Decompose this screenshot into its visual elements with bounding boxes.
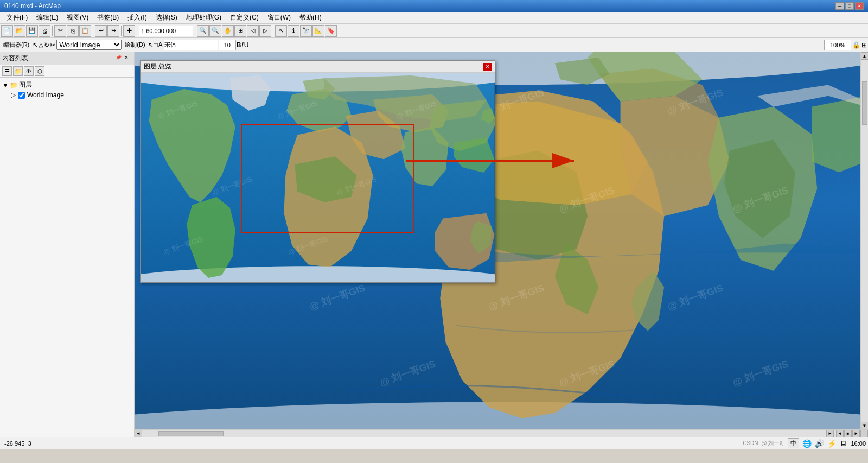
paste-button[interactable]: 📋 — [79, 25, 91, 37]
layer-checkbox[interactable] — [18, 92, 25, 99]
zoom-level-input[interactable] — [824, 40, 851, 50]
scroll-thumb-h[interactable] — [158, 431, 224, 436]
font-name-input[interactable] — [164, 40, 218, 50]
vertical-scrollbar[interactable]: ▲ ▼ — [860, 52, 868, 429]
draw-label: 绘制(D) — [123, 41, 147, 49]
zoom-out-button[interactable]: 🔍 — [209, 25, 221, 37]
layer-dropdown[interactable]: World Image — [56, 40, 122, 50]
add-data-button[interactable]: ✚ — [123, 25, 135, 37]
pan-button[interactable]: ✋ — [222, 25, 234, 37]
minimize-button[interactable]: ─ — [835, 2, 844, 10]
copy-button[interactable]: ⎘ — [67, 25, 79, 37]
status-zh-btn[interactable]: 中 — [788, 438, 799, 448]
print-button[interactable]: 🖨 — [39, 25, 50, 37]
toc-selection-btn[interactable]: ⬡ — [35, 66, 44, 76]
nav-stop-btn[interactable]: ■ — [844, 430, 852, 437]
scale-input[interactable] — [139, 26, 193, 36]
sep4 — [137, 26, 137, 36]
new-button[interactable]: 📄 — [1, 25, 13, 37]
group-label: 图层 — [19, 80, 32, 90]
toc-layer-worldimage[interactable]: ▷ World Image — [2, 90, 132, 100]
toc-list-btn[interactable]: ☰ — [2, 66, 12, 76]
zoom-lock-btn[interactable]: 🔒 — [852, 41, 860, 49]
horizontal-scrollbar[interactable]: ◄ ► ◄ ■ ► ⏸ — [135, 429, 868, 437]
zoom-in-button[interactable]: 🔍 — [197, 25, 209, 37]
font-size-input[interactable] — [219, 40, 236, 50]
redo-button[interactable]: ↪ — [107, 25, 119, 37]
toc-group-header[interactable]: ▼ 📁 图层 — [2, 80, 132, 90]
sep5 — [195, 26, 195, 36]
layer-expand-icon: ▷ — [11, 91, 16, 99]
scroll-thumb-v[interactable] — [862, 81, 867, 125]
status-icon3: ⚡ — [827, 439, 837, 448]
select-button[interactable]: ↖ — [275, 25, 287, 37]
toolbar-draw: 编辑器(R) ↖ △ ↻ ✂ World Image 绘制(D) ↖ □ A B… — [0, 38, 868, 52]
menu-window[interactable]: 窗口(W) — [263, 12, 295, 23]
identify-button[interactable]: ℹ — [288, 25, 299, 37]
bookmarks-button[interactable]: 🔖 — [325, 25, 337, 37]
cut-button[interactable]: ✂ — [54, 25, 66, 37]
nav-pause-btn[interactable]: ⏸ — [860, 430, 868, 437]
scroll-down-button[interactable]: ▼ — [861, 422, 869, 429]
window-controls: ─ □ ✕ — [835, 2, 864, 10]
scroll-left-button[interactable]: ◄ — [135, 430, 142, 437]
overview-titlebar: 图层 总览 ✕ — [141, 61, 495, 73]
sep2 — [93, 26, 93, 36]
full-extent-button[interactable]: ⊞ — [234, 25, 246, 37]
menu-edit[interactable]: 编辑(E) — [32, 12, 62, 23]
watermark-logo: @ 刘一哥 — [762, 440, 785, 447]
sep3 — [121, 26, 122, 36]
toc-close-btn[interactable]: ✕ — [124, 55, 132, 62]
toc-pin-btn[interactable]: 📌 — [116, 55, 123, 62]
menu-customize[interactable]: 自定义(C) — [226, 12, 263, 23]
map-view[interactable]: @ 刘一哥GIS @ 刘一哥GIS @ 刘一哥GIS @ 刘一哥GIS @ 刘一… — [135, 52, 860, 429]
menu-insert[interactable]: 插入(I) — [123, 12, 151, 23]
zoom-next-button[interactable]: ▷ — [259, 25, 271, 37]
menu-help[interactable]: 帮助(H) — [295, 12, 326, 23]
overview-close-button[interactable]: ✕ — [483, 63, 492, 71]
draw-cursor-btn[interactable]: ↖ — [148, 41, 154, 49]
draw-rect-btn[interactable]: □ — [154, 41, 158, 49]
maximize-button[interactable]: □ — [845, 2, 854, 10]
toc-group: ▼ 📁 图层 ▷ World Image — [2, 80, 132, 100]
draw-text-btn[interactable]: A — [158, 41, 163, 49]
layer-selector-area: World Image — [56, 40, 122, 50]
menu-selection[interactable]: 选择(S) — [151, 12, 182, 23]
find-button[interactable]: 🔭 — [300, 25, 312, 37]
toc-header-buttons: 📌 ✕ — [116, 55, 132, 62]
menu-view[interactable]: 视图(V) — [62, 12, 93, 23]
coords-text: -26.945 3 — [4, 440, 31, 447]
zoom-previous-button[interactable]: ◁ — [247, 25, 259, 37]
underline-button[interactable]: U — [244, 41, 249, 49]
zoom-layers-btn[interactable]: ⊞ — [861, 41, 867, 49]
menu-file[interactable]: 文件(F) — [2, 12, 32, 23]
toc-content: ▼ 📁 图层 ▷ World Image — [0, 78, 134, 437]
nav-prev-btn[interactable]: ◄ — [836, 430, 844, 437]
sep6 — [273, 26, 273, 36]
toc-source-btn[interactable]: 📁 — [13, 66, 23, 76]
layer-name: World Image — [27, 91, 64, 99]
edit-split-btn[interactable]: ✂ — [50, 41, 55, 49]
nav-buttons: ◄ ■ ► ⏸ — [836, 430, 868, 437]
menu-bookmark[interactable]: 书签(B) — [93, 12, 123, 23]
undo-button[interactable]: ↩ — [95, 25, 107, 37]
app-title: 0140.mxd - ArcMap — [4, 2, 61, 10]
nav-play-btn[interactable]: ► — [852, 430, 860, 437]
edit-vertex-btn[interactable]: △ — [39, 41, 43, 49]
bold-button[interactable]: B — [237, 41, 241, 49]
scroll-track-h — [142, 430, 826, 437]
overview-title: 图层 总览 — [144, 62, 171, 71]
measure-button[interactable]: 📐 — [312, 25, 324, 37]
scroll-up-button[interactable]: ▲ — [861, 52, 869, 60]
save-button[interactable]: 💾 — [26, 25, 38, 37]
edit-rotate-btn[interactable]: ↻ — [44, 41, 49, 49]
edit-tool-btn[interactable]: ↖ — [33, 41, 38, 49]
toc-visibility-btn[interactable]: 👁 — [24, 66, 34, 76]
status-icon2: 🔊 — [815, 439, 824, 448]
close-button[interactable]: ✕ — [855, 2, 864, 10]
csdn-text: CSDN — [743, 440, 758, 446]
open-button[interactable]: 📂 — [14, 25, 25, 37]
italic-button[interactable]: I — [242, 41, 244, 49]
scroll-right-button[interactable]: ► — [826, 430, 834, 437]
menu-geoprocessing[interactable]: 地理处理(G) — [182, 12, 226, 23]
